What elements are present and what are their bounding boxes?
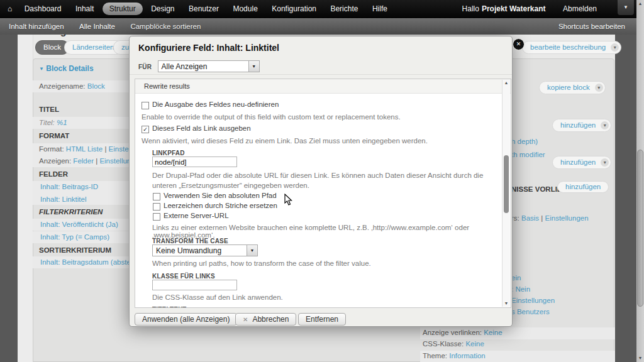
browser-scrollbar[interactable]: ▲ ▼ [636,0,644,362]
replace-spaces-checkbox[interactable] [153,203,160,211]
nein-link[interactable]: Nein [515,285,530,293]
filter-row-published[interactable]: Inhalt: Veröffentlicht (Ja) [40,221,118,228]
toolbar-item-berichte[interactable]: Berichte [325,0,364,18]
theme-row: Theme: Information [423,352,486,359]
link-display-label: Anzeige verlinken: [423,329,482,336]
transform-case-desc: When printing url paths, how to transfor… [152,260,371,267]
fragment-modifier[interactable]: th modifier [511,151,545,158]
display-name-label: Anzeigename: [39,82,86,90]
logout-link[interactable]: Abmelden [557,0,602,18]
toolbar-item-hilfe[interactable]: Hilfe [367,0,393,18]
chevron-down-icon: ▾ [625,4,628,10]
display-name-row: Anzeigename: Block [39,82,105,90]
toolbar-item-dashboard[interactable]: Dashboard [19,0,67,18]
modal-scrollbar[interactable]: ▲ ▼ [502,80,510,307]
toolbar-item-design[interactable]: Design [145,0,180,18]
toolbar-toggle-button[interactable]: ▾ [618,0,634,15]
scroll-down-icon[interactable]: ▼ [636,355,644,361]
transform-case-value: Keine Umwandlung [156,246,221,255]
separator: | [541,214,543,222]
format-label: Format: [39,145,64,153]
block-details-toggle[interactable]: ▼ Block Details [39,64,94,73]
output-as-link-label: Dieses Feld als Link ausgeben [152,124,251,132]
modal-scrollbar-thumb[interactable] [504,155,509,213]
link-class-desc: Die CSS-Klasse auf den Link anwenden. [152,293,283,301]
field-row-linktitel[interactable]: Inhalt: Linktitel [40,195,87,203]
fragment-ein[interactable]: ein [511,274,521,282]
section-felder: FELDER [39,170,68,178]
browser-scrollbar-thumb[interactable] [637,150,643,307]
chevron-down-icon[interactable]: ▾ [601,158,609,167]
link-class-label: KLASSE FÜR LINKS [152,273,215,280]
link-class-input[interactable] [152,280,237,290]
add-button-2[interactable]: hinzufügen ▾ [552,156,611,169]
transform-case-select[interactable]: Keine Umwandlung ▼ [152,244,258,256]
fragment-benutzers[interactable]: s Benutzers [511,308,550,315]
external-url-label: Externe Server-URL [164,212,229,219]
for-select[interactable]: Alle Anzeigen ▼ [158,60,260,72]
show-label: Anzeigen: [39,157,71,165]
scroll-up-icon[interactable]: ▲ [636,1,644,7]
format-row: Format: HTML Liste | Einstellu [39,145,136,153]
scroll-up-icon[interactable]: ▲ [502,80,510,86]
home-icon[interactable]: ⌂ [0,0,16,18]
fieldset-rewrite-results: Rewrite results [135,79,511,94]
copy-block-button[interactable]: kopiere block ▾ [539,81,606,94]
toolbar-item-struktur[interactable]: Struktur [103,3,143,15]
mouse-cursor [284,194,293,209]
toolbar-item-benutzer[interactable]: Benutzer [183,0,225,18]
toolbar-item-inhalt[interactable]: Inhalt [70,0,99,18]
remove-button[interactable]: Entfernen [298,313,346,326]
theme-value[interactable]: Information [449,352,486,359]
show-row: Anzeigen: Felder | Einstellung [39,157,135,165]
scroll-down-icon[interactable]: ▼ [502,300,510,307]
link-fragment: s Benutzers [511,308,550,315]
shortcut-bar: Inhalt hinzufügen Alle Inhalte Campblöck… [0,18,636,35]
add-button-3[interactable]: hinzufügen [557,181,609,193]
chevron-down-icon[interactable]: ▾ [595,84,603,92]
show-link[interactable]: Felder [73,157,94,165]
link-display-value[interactable]: Keine [484,329,502,336]
style-basis-link[interactable]: Basis [521,214,539,222]
apply-button[interactable]: Anwenden (alle Anzeigen) [135,313,237,326]
titel-value[interactable]: %1 [57,119,67,126]
external-url-checkbox[interactable] [153,213,160,221]
for-label: FÜR [138,63,152,70]
link-fragment: Einstellungen [511,297,555,304]
override-output-label: Die Ausgabe des Feldes neu-definieren [152,101,279,108]
output-as-link-checkbox[interactable]: ✓ [142,126,149,133]
edit-description-button[interactable]: bearbeite beschreibung ▾ [522,41,621,54]
toolbar-item-konfiguration[interactable]: Konfiguration [266,0,322,18]
field-row-beitrags-id[interactable]: Inhalt: Beitrags-ID [40,183,98,190]
fragment-depth[interactable]: h depth) [511,138,538,145]
override-output-checkbox[interactable] [142,102,149,109]
absolute-path-checkbox[interactable] [153,193,160,200]
fragment-einstellungen[interactable]: Einstellungen [511,297,555,304]
shortcut-all-content[interactable]: Alle Inhalte [73,19,121,35]
fragment-nein-row: : Nein [511,285,530,293]
close-icon[interactable]: ✕ [513,38,525,50]
override-output-desc: Enable to override the output of this fi… [142,113,401,121]
shortcuts-edit-link[interactable]: Shortcuts bearbeiten [552,19,631,35]
shortcut-sort-campblocks[interactable]: Campblöcke sortieren [124,19,207,35]
titel-label: Titel: [39,119,55,126]
modal-scroll-area: Rewrite results Die Ausgabe des Feldes n… [135,79,511,308]
select-arrow-icon: ▼ [248,61,259,72]
display-name-value[interactable]: Block [87,82,105,90]
css-class-value[interactable]: Keine [465,340,484,348]
filter-row-type[interactable]: Inhalt: Typ (= Camps) [40,233,109,241]
format-link[interactable]: HTML Liste [66,145,103,153]
linkpath-input[interactable] [152,156,237,167]
add-label: hinzufügen [560,121,596,129]
for-row: FÜR Alle Anzeigen ▼ [138,60,260,72]
add-button-1[interactable]: hinzufügen ▾ [552,119,611,132]
cancel-button[interactable]: ✕Abbrechen [235,313,296,326]
shortcut-add-content[interactable]: Inhalt hinzufügen [3,19,70,35]
admin-toolbar: ⌂ Dashboard Inhalt Struktur Design Benut… [0,0,636,18]
chevron-down-icon[interactable]: ▾ [611,43,619,52]
style-settings-link[interactable]: Einstellungen [545,214,589,222]
toolbar-item-module[interactable]: Module [227,0,263,18]
chevron-down-icon[interactable]: ▾ [601,121,609,129]
theme-label: Theme: [423,352,447,359]
add-label: hinzufügen [565,183,601,190]
